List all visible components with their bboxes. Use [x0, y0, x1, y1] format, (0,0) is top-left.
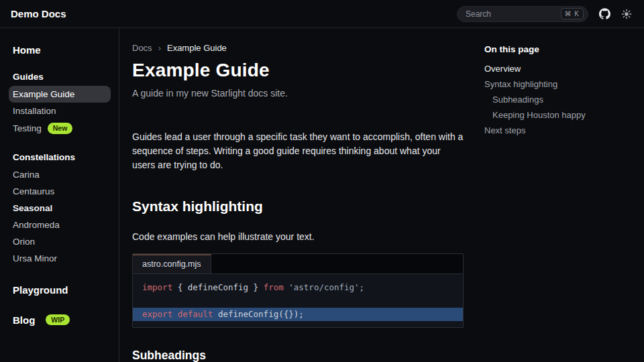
page-title: Example Guide	[132, 60, 464, 81]
sidebar-playground-row: Playground	[9, 283, 111, 297]
toc-link-keeping-houston-happy[interactable]: Keeping Houston happy	[484, 107, 633, 123]
top-bar: Demo Docs ⌘ K	[0, 0, 644, 28]
sidebar-item-label: Installation	[13, 106, 56, 116]
toc-link-overview[interactable]: Overview	[484, 61, 633, 76]
toc-link-next-steps[interactable]: Next steps	[484, 123, 633, 138]
sidebar-group-label-guides: Guides	[9, 70, 111, 83]
sidebar-item-installation[interactable]: Installation	[9, 103, 111, 119]
breadcrumb-current: Example Guide	[167, 43, 227, 53]
toc-link-syntax-highlighting[interactable]: Syntax highlighting	[484, 76, 633, 92]
code-token: from	[264, 282, 284, 292]
code-line-blank	[133, 294, 463, 308]
site-title[interactable]: Demo Docs	[11, 8, 66, 19]
code-line-1: import { defineConfig } from 'astro/conf…	[133, 281, 463, 294]
sidebar-item-home[interactable]: Home	[9, 43, 111, 57]
search-shortcut-hint: ⌘ K	[561, 8, 584, 19]
new-badge: New	[48, 123, 73, 134]
sidebar-item-centaurus[interactable]: Centaurus	[9, 183, 111, 200]
sidebar-blog-row: Blog WIP	[9, 313, 111, 327]
code-token: { defineConfig }	[172, 282, 263, 292]
theme-toggle-button[interactable]	[621, 9, 632, 19]
breadcrumb-docs-link[interactable]: Docs	[132, 43, 152, 53]
code-tab-astro-config[interactable]: astro.config.mjs	[133, 254, 211, 274]
main-content: Docs › Example Guide Example Guide A gui…	[119, 28, 464, 362]
sidebar-item-label: Testing	[13, 123, 42, 133]
search-input[interactable]	[466, 9, 561, 19]
section-heading-syntax-highlighting: Syntax highlighting	[132, 198, 464, 215]
sidebar-item-orion[interactable]: Orion	[9, 233, 111, 250]
sidebar-item-ursa-minor[interactable]: Ursa Minor	[9, 250, 111, 267]
intro-paragraph: Guides lead a user through a specific ta…	[132, 130, 464, 172]
github-link[interactable]	[599, 8, 610, 19]
wip-badge: WIP	[46, 314, 70, 326]
code-body: import { defineConfig } from 'astro/conf…	[133, 274, 463, 327]
subheading-title: Subheadings	[132, 349, 464, 362]
sidebar-item-seasonal[interactable]: Seasonal	[9, 200, 111, 217]
page-subtitle: A guide in my new Starlight docs site.	[132, 88, 464, 99]
sidebar-item-testing[interactable]: Testing New	[9, 119, 111, 137]
toc-title: On this page	[484, 44, 633, 54]
section-intro: Code examples can help illustrate your t…	[132, 231, 464, 242]
header-actions: ⌘ K	[457, 6, 632, 22]
sidebar-item-andromeda[interactable]: Andromeda	[9, 217, 111, 233]
sidebar-item-example-guide[interactable]: Example Guide	[9, 86, 111, 103]
table-of-contents: On this page Overview Syntax highlightin…	[464, 28, 644, 362]
sidebar-item-label: Ursa Minor	[13, 253, 57, 263]
sidebar-item-label: Example Guide	[13, 89, 74, 99]
sidebar-item-label: Andromeda	[13, 220, 60, 230]
sidebar-group-constellations: Constellations Carina Centaurus Seasonal…	[9, 151, 111, 267]
code-line-2-highlighted: export default defineConfig({});	[133, 308, 463, 321]
code-token: export default	[142, 309, 213, 319]
code-token: 'astro/config';	[284, 282, 364, 292]
sidebar-item-carina[interactable]: Carina	[9, 166, 111, 183]
code-tab-bar: astro.config.mjs	[133, 254, 463, 274]
breadcrumb: Docs › Example Guide	[132, 43, 464, 53]
search-button[interactable]: ⌘ K	[457, 6, 588, 22]
sidebar-group-label-constellations: Constellations	[9, 151, 111, 164]
sidebar-item-label: Carina	[13, 170, 40, 180]
sidebar-item-label: Centaurus	[13, 186, 54, 196]
code-block: astro.config.mjs import { defineConfig }…	[132, 253, 464, 328]
sidebar-nav: Home Guides Example Guide Installation T…	[0, 28, 119, 362]
chevron-right-icon: ›	[158, 43, 161, 53]
sidebar-item-playground[interactable]: Playground	[9, 283, 72, 297]
github-icon	[599, 8, 610, 19]
sun-icon	[621, 9, 632, 19]
sidebar-item-blog[interactable]: Blog	[9, 313, 39, 327]
toc-link-subheadings[interactable]: Subheadings	[484, 92, 633, 107]
sidebar-group-guides: Guides Example Guide Installation Testin…	[9, 70, 111, 137]
code-token: defineConfig({});	[213, 309, 303, 319]
sidebar-item-label: Seasonal	[13, 203, 52, 213]
code-token: import	[142, 282, 172, 292]
sidebar-item-label: Orion	[13, 237, 35, 247]
